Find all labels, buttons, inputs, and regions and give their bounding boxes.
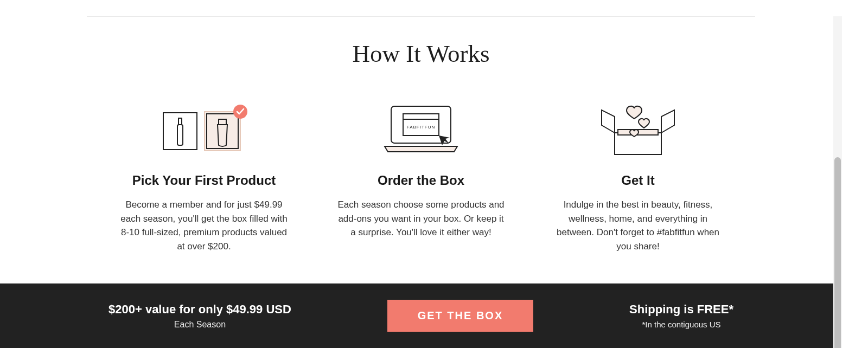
open-box-hearts-icon [554, 100, 722, 160]
step-order-box: FABFITFUN Order the Box Each season choo… [337, 100, 505, 253]
cta-value-headline: $200+ value for only $49.99 USD [108, 302, 291, 317]
step-title: Order the Box [337, 173, 505, 188]
cta-shipping-block: Shipping is FREE* *In the contiguous US [629, 302, 733, 329]
scrollbar-thumb[interactable] [834, 157, 841, 348]
svg-rect-10 [615, 133, 661, 154]
cta-value-block: $200+ value for only $49.99 USD Each Sea… [108, 302, 291, 330]
cta-shipping-headline: Shipping is FREE* [629, 302, 733, 317]
page: How It Works [0, 16, 842, 348]
step-title: Pick Your First Product [120, 173, 288, 188]
box-label: FABFITFUN [407, 125, 436, 130]
cta-shipping-sub: *In the contiguous US [629, 320, 733, 329]
cta-value-sub: Each Season [108, 320, 291, 330]
step-description: Each season choose some products and add… [337, 198, 505, 240]
step-pick-product: Pick Your First Product Become a member … [120, 100, 288, 253]
section-title: How It Works [0, 40, 842, 68]
scrollbar-track[interactable] [833, 16, 842, 348]
cta-bar: $200+ value for only $49.99 USD Each Sea… [0, 283, 842, 348]
svg-rect-2 [178, 118, 182, 125]
step-get-it: Get It Indulge in the best in beauty, fi… [554, 100, 722, 253]
laptop-box-icon: FABFITFUN [337, 100, 505, 160]
pick-product-icon [120, 100, 288, 160]
divider [87, 16, 755, 17]
how-it-works-steps: Pick Your First Product Become a member … [0, 100, 842, 283]
step-title: Get It [554, 173, 722, 188]
svg-rect-1 [177, 125, 183, 145]
get-the-box-button[interactable]: GET THE BOX [387, 300, 534, 332]
svg-rect-3 [205, 112, 240, 151]
step-description: Indulge in the best in beauty, fitness, … [554, 198, 722, 253]
step-description: Become a member and for just $49.99 each… [120, 198, 288, 253]
